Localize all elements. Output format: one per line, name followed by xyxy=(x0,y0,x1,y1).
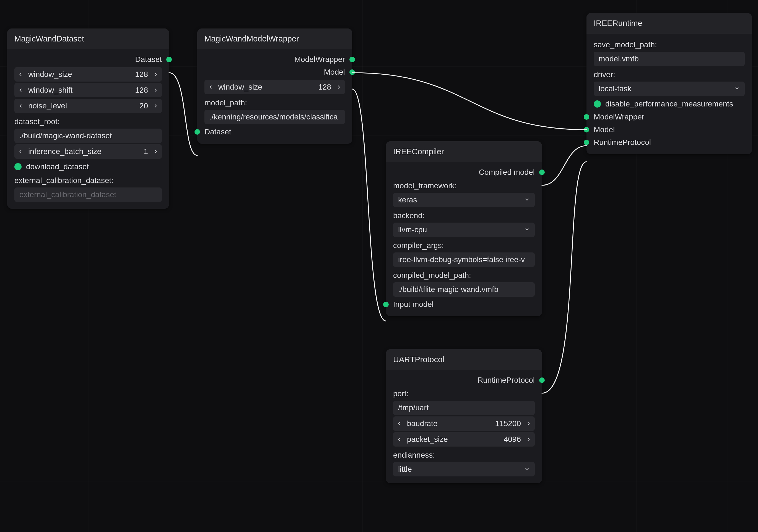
field-label-compiler-args: compiler_args: xyxy=(386,238,542,251)
port-dot-icon[interactable] xyxy=(584,127,589,132)
port-dot-icon[interactable] xyxy=(383,302,389,307)
field-label-backend: backend: xyxy=(386,209,542,221)
input-label: RuntimeProtocol xyxy=(594,138,651,147)
chevron-down-icon xyxy=(734,84,740,93)
port-dot-icon[interactable] xyxy=(539,378,545,383)
stepper-label: packet_size xyxy=(405,435,502,444)
input-model-path[interactable]: ./kenning/resources/models/classifica xyxy=(204,110,345,124)
output-port-runtime-protocol[interactable]: RuntimeProtocol xyxy=(386,374,542,386)
node-title[interactable]: UARTProtocol xyxy=(386,349,542,370)
field-label-model-path: model_path: xyxy=(197,96,352,108)
chevron-left-icon[interactable] xyxy=(15,72,26,77)
select-value: llvm-cpu xyxy=(398,225,427,234)
chevron-right-icon[interactable] xyxy=(150,149,162,154)
field-label-external-calib: external_calibration_dataset: xyxy=(7,173,169,186)
node-title[interactable]: MagicWandModelWrapper xyxy=(197,28,352,49)
stepper-value: 20 xyxy=(138,101,150,110)
select-value: little xyxy=(398,465,412,474)
chevron-left-icon[interactable] xyxy=(393,421,405,426)
input-port-model[interactable]: Model xyxy=(586,123,752,136)
chevron-right-icon[interactable] xyxy=(333,84,345,90)
stepper-label: window_shift xyxy=(26,86,133,95)
chevron-left-icon[interactable] xyxy=(15,149,26,154)
chevron-right-icon[interactable] xyxy=(150,87,162,93)
field-label-save-model-path: save_model_path: xyxy=(586,38,752,50)
node-magicwandmodelwrapper[interactable]: MagicWandModelWrapper ModelWrapper Model… xyxy=(197,28,352,144)
output-label: Model xyxy=(324,68,345,77)
input-port-runtime-protocol[interactable]: RuntimeProtocol xyxy=(586,136,752,149)
chevron-left-icon[interactable] xyxy=(393,437,405,442)
input-port-input-model[interactable]: Input model xyxy=(386,298,542,311)
output-label: ModelWrapper xyxy=(294,55,345,64)
output-label: Compiled model xyxy=(479,168,535,177)
output-port-modelwrapper[interactable]: ModelWrapper xyxy=(197,53,352,66)
select-model-framework[interactable]: keras xyxy=(393,193,535,207)
port-dot-icon[interactable] xyxy=(539,170,545,175)
stepper-noise-level[interactable]: noise_level 20 xyxy=(15,99,162,113)
stepper-window-size[interactable]: window_size 128 xyxy=(15,67,162,82)
field-label-compiled-model-path: compiled_model_path: xyxy=(386,268,542,281)
input-label: Dataset xyxy=(204,127,231,136)
stepper-value: 128 xyxy=(133,70,150,79)
input-port-modelwrapper[interactable]: ModelWrapper xyxy=(586,111,752,123)
input-port-dataset[interactable]: Dataset xyxy=(197,125,352,138)
chevron-left-icon[interactable] xyxy=(204,84,217,90)
stepper-window-shift[interactable]: window_shift 128 xyxy=(15,83,162,97)
chevron-right-icon[interactable] xyxy=(150,72,162,77)
output-port-model[interactable]: Model xyxy=(197,66,352,79)
check-dot-icon xyxy=(15,163,21,170)
chevron-left-icon[interactable] xyxy=(15,103,26,109)
node-uartprotocol[interactable]: UARTProtocol RuntimeProtocol port: /tmp/… xyxy=(386,349,542,483)
node-ireecompiler[interactable]: IREECompiler Compiled model model_framew… xyxy=(386,141,542,316)
field-label-driver: driver: xyxy=(586,67,752,80)
input-label: Input model xyxy=(393,300,433,309)
stepper-inference-batch-size[interactable]: inference_batch_size 1 xyxy=(15,144,162,159)
select-backend[interactable]: llvm-cpu xyxy=(393,222,535,237)
chevron-down-icon xyxy=(524,195,530,204)
input-label: ModelWrapper xyxy=(594,113,644,121)
stepper-value: 128 xyxy=(317,83,333,91)
node-title[interactable]: IREERuntime xyxy=(586,13,752,34)
node-ireeruntime[interactable]: IREERuntime save_model_path: model.vmfb … xyxy=(586,13,752,154)
node-magicwanddataset[interactable]: MagicWandDataset Dataset window_size 128… xyxy=(7,28,169,209)
input-save-model-path[interactable]: model.vmfb xyxy=(594,52,745,66)
chevron-left-icon[interactable] xyxy=(15,87,26,93)
chevron-right-icon[interactable] xyxy=(523,437,535,442)
output-port-compiled-model[interactable]: Compiled model xyxy=(386,166,542,179)
input-dataset-root[interactable]: ./build/magic-wand-dataset xyxy=(15,129,162,143)
port-dot-icon[interactable] xyxy=(584,114,589,120)
toggle-label: disable_performance_measurements xyxy=(605,100,733,108)
stepper-label: window_size xyxy=(217,83,317,91)
field-label-endianness: endianness: xyxy=(386,448,542,461)
input-compiler-args[interactable]: iree-llvm-debug-symbols=false iree-v xyxy=(393,252,535,267)
input-external-calib[interactable]: external_calibration_dataset xyxy=(15,187,162,202)
chevron-right-icon[interactable] xyxy=(150,103,162,109)
output-port-dataset[interactable]: Dataset xyxy=(7,53,169,66)
select-value: local-task xyxy=(599,84,631,93)
stepper-packet-size[interactable]: packet_size 4096 xyxy=(393,432,535,447)
input-port[interactable]: /tmp/uart xyxy=(393,401,535,415)
port-dot-icon[interactable] xyxy=(584,140,589,145)
field-label-port: port: xyxy=(386,386,542,399)
node-title[interactable]: IREECompiler xyxy=(386,141,542,162)
port-dot-icon[interactable] xyxy=(166,57,172,62)
toggle-download-dataset[interactable]: download_dataset xyxy=(7,160,169,173)
chevron-down-icon xyxy=(524,225,530,234)
stepper-label: baudrate xyxy=(405,419,494,428)
select-driver[interactable]: local-task xyxy=(594,82,745,96)
chevron-right-icon[interactable] xyxy=(523,421,535,426)
node-title[interactable]: MagicWandDataset xyxy=(7,28,169,49)
input-compiled-model-path[interactable]: ./build/tflite-magic-wand.vmfb xyxy=(393,282,535,297)
stepper-baudrate[interactable]: baudrate 115200 xyxy=(393,416,535,431)
chevron-down-icon xyxy=(524,465,530,474)
port-dot-icon[interactable] xyxy=(349,57,355,62)
stepper-window-size[interactable]: window_size 128 xyxy=(204,80,345,94)
toggle-label: download_dataset xyxy=(26,162,89,171)
output-label: RuntimeProtocol xyxy=(477,376,535,384)
stepper-label: inference_batch_size xyxy=(26,147,142,156)
port-dot-icon[interactable] xyxy=(349,69,355,75)
node-canvas[interactable]: MagicWandDataset Dataset window_size 128… xyxy=(0,0,758,532)
port-dot-icon[interactable] xyxy=(194,129,200,135)
select-endianness[interactable]: little xyxy=(393,462,535,477)
toggle-disable-performance[interactable]: disable_performance_measurements xyxy=(586,97,752,111)
